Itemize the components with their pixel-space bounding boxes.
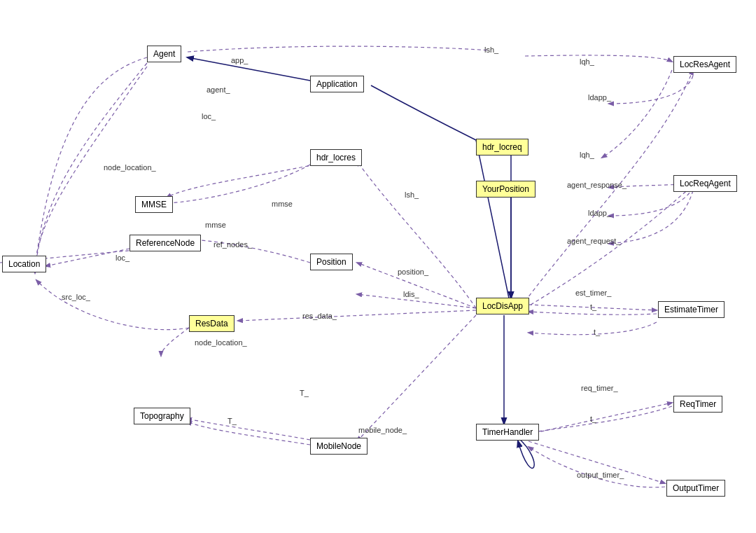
label-node-location2: node_location_ <box>195 338 247 347</box>
label-node-location: node_location_ <box>104 163 156 172</box>
label-ldis: ldis_ <box>403 290 419 298</box>
label-mobile-node: mobile_node_ <box>358 426 407 434</box>
label-output-timer: output_timer_ <box>577 471 624 479</box>
svg-line-7 <box>357 315 476 441</box>
label-ldapp1: ldapp_ <box>588 93 611 102</box>
label-mmse1: mmse <box>272 200 293 208</box>
label-req-timer: req_timer_ <box>581 384 618 392</box>
node-hdr-locres: hdr_locres <box>310 149 362 166</box>
label-app: app_ <box>231 56 248 64</box>
node-referencenode: ReferenceNode <box>130 235 201 251</box>
svg-line-12 <box>357 294 476 308</box>
node-hdr-locreq: hdr_locreq <box>476 139 528 155</box>
node-mmse: MMSE <box>135 196 173 213</box>
node-estimatetimer: EstimateTimer <box>658 301 724 318</box>
node-locreqagent: LocReqAgent <box>673 175 737 192</box>
label-src-loc: src_loc_ <box>62 293 90 301</box>
svg-line-6 <box>238 310 476 321</box>
label-est-timer: est_timer_ <box>575 289 611 297</box>
svg-line-10 <box>528 403 672 434</box>
node-yourposition: YourPosition <box>476 181 536 198</box>
node-timerhandler: TimerHandler <box>476 424 539 441</box>
node-position: Position <box>310 254 353 270</box>
label-lqh1: lqh_ <box>580 57 594 66</box>
label-mmse2: mmse <box>205 221 226 229</box>
svg-line-9 <box>528 305 657 310</box>
node-locdisapp: LocDisApp <box>476 298 529 314</box>
label-res-data: res_data_ <box>302 312 337 320</box>
node-resdata: ResData <box>189 315 234 332</box>
label-T1: T_ <box>300 389 309 397</box>
node-application: Application <box>310 76 364 92</box>
svg-line-8 <box>357 263 476 308</box>
svg-line-11 <box>528 441 665 483</box>
label-t1: t_ <box>590 303 596 311</box>
node-reqtimer: ReqTimer <box>673 396 722 413</box>
label-agent-request: agent_request_ <box>567 237 620 245</box>
node-location: Location <box>2 256 46 272</box>
label-lsh2: lsh_ <box>484 46 498 54</box>
node-topography: Topography <box>134 408 190 424</box>
svg-line-5 <box>46 249 130 266</box>
node-outputtimer: OutputTimer <box>666 480 725 497</box>
label-ref-nodes: ref_nodes_ <box>214 240 252 249</box>
label-t3: t_ <box>590 415 596 423</box>
label-agent: agent_ <box>206 85 230 94</box>
label-lsh1: lsh_ <box>405 191 419 199</box>
label-lqh2: lqh_ <box>580 151 594 159</box>
label-loc2: loc_ <box>115 254 130 262</box>
node-locresagent: LocResAgent <box>673 56 736 73</box>
diagram-container: Agent Application hdr_locres MMSE Refere… <box>0 0 756 533</box>
label-position: position_ <box>398 268 428 276</box>
label-ldapp2: ldapp_ <box>588 209 611 217</box>
label-T2: T_ <box>227 417 237 425</box>
label-loc1: loc_ <box>202 112 216 120</box>
node-mobilenode: MobileNode <box>310 438 368 455</box>
arrows-svg <box>0 0 756 533</box>
node-agent: Agent <box>147 46 181 62</box>
label-t2: t_ <box>594 328 600 336</box>
label-agent-response: agent_response_ <box>567 181 626 189</box>
